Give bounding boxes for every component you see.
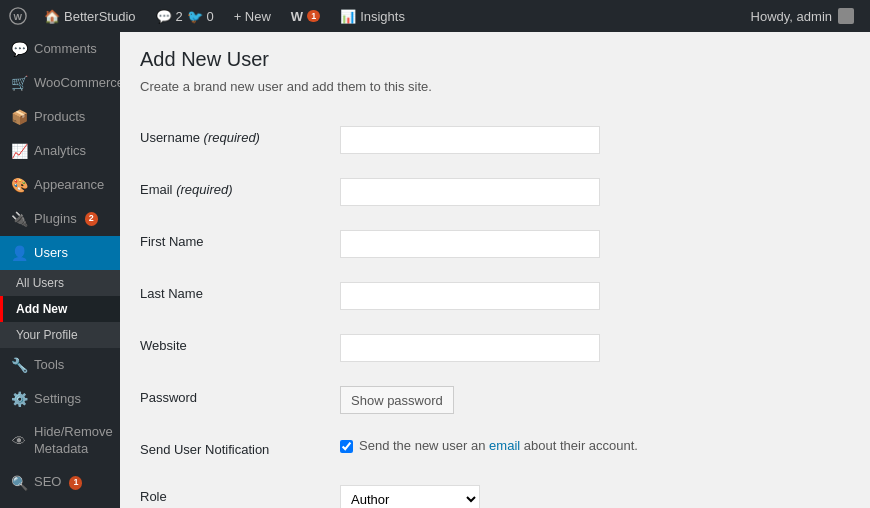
username-row: Username (required): [140, 114, 850, 166]
lastname-label: Last Name: [140, 270, 340, 322]
comments-icon: 💬: [10, 40, 28, 58]
notification-row: Send User Notification Send the new user…: [140, 426, 850, 473]
sidebar: 💬 Comments 🛒 WooCommerce 📦 Products 📈 An…: [0, 32, 120, 508]
adminbar-new[interactable]: + New: [226, 0, 279, 32]
adminbar-insights[interactable]: 📊 Insights: [332, 0, 413, 32]
svg-text:W: W: [14, 12, 23, 22]
admin-bar: W 🏠 BetterStudio 💬 2 🐦 0 + New W 1 📊 Ins…: [0, 0, 870, 32]
website-input[interactable]: [340, 334, 600, 362]
password-row: Password Show password: [140, 374, 850, 426]
sidebar-item-hide-remove[interactable]: 👁 Hide/Remove Metadata: [0, 416, 120, 466]
show-password-button[interactable]: Show password: [340, 386, 454, 414]
sidebar-item-analytics[interactable]: 📈 Analytics: [0, 134, 120, 168]
adminbar-wpml[interactable]: W 1: [283, 0, 328, 32]
analytics-icon: 📈: [10, 142, 28, 160]
email-row: Email (required): [140, 166, 850, 218]
wpml-badge: 1: [307, 10, 320, 22]
page-title: Add New User: [140, 48, 850, 71]
users-icon: 👤: [10, 244, 28, 262]
website-label: Website: [140, 322, 340, 374]
comment-icon: 💬: [156, 9, 172, 24]
adminbar-comment-zero: 🐦 0: [187, 9, 214, 24]
users-submenu: All Users Add New Your Profile: [0, 270, 120, 348]
email-label: Email (required): [140, 166, 340, 218]
sidebar-item-users[interactable]: 👤 Users: [0, 236, 120, 270]
firstname-row: First Name: [140, 218, 850, 270]
adminbar-betterstudio[interactable]: 🏠 BetterStudio: [36, 0, 144, 32]
plugins-icon: 🔌: [10, 210, 28, 228]
website-row: Website: [140, 322, 850, 374]
seo-badge: 1: [69, 476, 82, 490]
hide-icon: 👁: [10, 432, 28, 450]
wpml-icon: W: [291, 9, 303, 24]
products-icon: 📦: [10, 108, 28, 126]
firstname-input[interactable]: [340, 230, 600, 258]
firstname-label: First Name: [140, 218, 340, 270]
lastname-row: Last Name: [140, 270, 850, 322]
notification-checkbox[interactable]: [340, 440, 353, 453]
submenu-all-users[interactable]: All Users: [0, 270, 120, 296]
appearance-icon: 🎨: [10, 176, 28, 194]
adminbar-howdy[interactable]: Howdy, admin: [743, 0, 862, 32]
notification-text: Send the new user an email about their a…: [359, 438, 638, 453]
role-row: Role Author Subscriber Contributor Edito…: [140, 473, 850, 508]
admin-avatar: [838, 8, 854, 24]
password-label: Password: [140, 374, 340, 426]
sidebar-item-settings[interactable]: ⚙️ Settings: [0, 382, 120, 416]
lastname-input[interactable]: [340, 282, 600, 310]
woocommerce-icon: 🛒: [10, 74, 28, 92]
plus-icon: + New: [234, 9, 271, 24]
submenu-add-new[interactable]: Add New: [0, 296, 120, 322]
notification-label: Send User Notification: [140, 426, 340, 473]
sidebar-item-woocommerce[interactable]: 🛒 WooCommerce: [0, 66, 120, 100]
adminbar-comments[interactable]: 💬 2 🐦 0: [148, 0, 222, 32]
sidebar-item-insights[interactable]: 📊 Insights: [0, 500, 120, 508]
adminbar-right: Howdy, admin: [743, 0, 862, 32]
add-user-form: Username (required) Email (required): [140, 114, 850, 508]
insights-bar-icon: 📊: [340, 9, 356, 24]
sidebar-item-seo[interactable]: 🔍 SEO 1: [0, 466, 120, 500]
notification-check-row: Send the new user an email about their a…: [340, 438, 850, 453]
submenu-your-profile[interactable]: Your Profile: [0, 322, 120, 348]
email-input[interactable]: [340, 178, 600, 206]
page-subtitle: Create a brand new user and add them to …: [140, 79, 850, 94]
sidebar-item-plugins[interactable]: 🔌 Plugins 2: [0, 202, 120, 236]
wp-logo[interactable]: W: [8, 6, 28, 26]
plugins-badge: 2: [85, 212, 98, 226]
sidebar-item-products[interactable]: 📦 Products: [0, 100, 120, 134]
seo-icon: 🔍: [10, 474, 28, 492]
email-link[interactable]: email: [489, 438, 520, 453]
sidebar-item-comments[interactable]: 💬 Comments: [0, 32, 120, 66]
home-icon: 🏠: [44, 9, 60, 24]
tools-icon: 🔧: [10, 356, 28, 374]
role-select[interactable]: Author Subscriber Contributor Editor Adm…: [340, 485, 480, 508]
username-label: Username (required): [140, 114, 340, 166]
settings-icon: ⚙️: [10, 390, 28, 408]
sidebar-item-tools[interactable]: 🔧 Tools: [0, 348, 120, 382]
main-content: Add New User Create a brand new user and…: [120, 32, 870, 508]
sidebar-item-appearance[interactable]: 🎨 Appearance: [0, 168, 120, 202]
username-input[interactable]: [340, 126, 600, 154]
role-label: Role: [140, 473, 340, 508]
